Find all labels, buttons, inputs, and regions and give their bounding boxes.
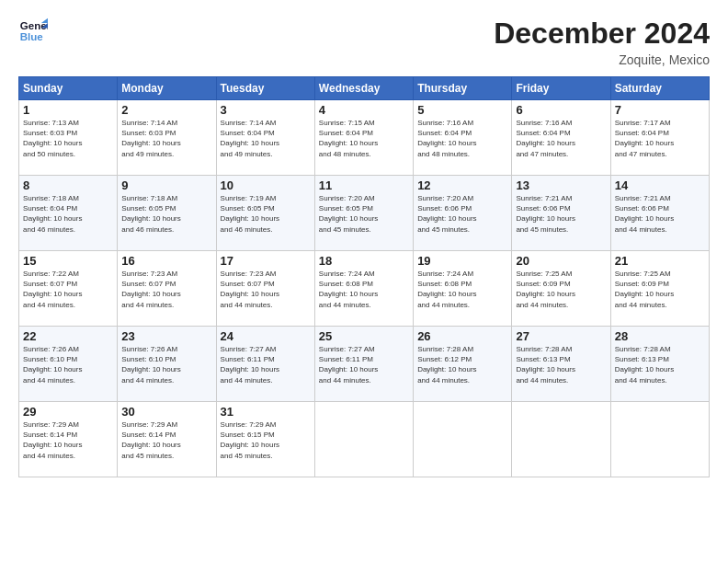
sunset-label: Sunset: 6:05 PM [319,204,373,213]
month-title: December 2024 [494,17,710,51]
daylight-label: Daylight: 10 hours [221,441,279,449]
daylight-minutes: and 47 minutes. [516,150,568,158]
calendar-cell [512,402,610,477]
logo: General Blue General Blue [18,17,48,46]
daylight-label: Daylight: 10 hours [615,139,674,147]
day-number: 1 [23,103,113,117]
day-number: 22 [23,329,113,343]
daylight-minutes: and 44 minutes. [121,376,174,385]
week-row: 1 Sunrise: 7:13 AM Sunset: 6:03 PM Dayli… [19,100,710,176]
calendar-cell [610,402,709,477]
sunrise-label: Sunrise: 7:26 AM [23,345,79,353]
day-info: Sunrise: 7:14 AM Sunset: 6:04 PM Dayligh… [221,118,311,159]
daylight-minutes: and 44 minutes. [121,301,174,309]
sunset-label: Sunset: 6:03 PM [23,129,77,137]
day-info: Sunrise: 7:26 AM Sunset: 6:10 PM Dayligh… [121,344,211,385]
sunrise-label: Sunrise: 7:27 AM [221,345,277,353]
sunset-label: Sunset: 6:13 PM [516,355,570,363]
sunrise-label: Sunrise: 7:18 AM [121,194,177,202]
daylight-label: Daylight: 10 hours [121,365,180,373]
sunset-label: Sunset: 6:05 PM [121,204,176,213]
day-info: Sunrise: 7:28 AM Sunset: 6:13 PM Dayligh… [615,344,705,385]
day-info: Sunrise: 7:28 AM Sunset: 6:12 PM Dayligh… [417,344,507,385]
day-info: Sunrise: 7:28 AM Sunset: 6:13 PM Dayligh… [516,344,606,385]
day-info: Sunrise: 7:21 AM Sunset: 6:06 PM Dayligh… [516,193,606,235]
col-tuesday: Tuesday [216,77,314,100]
daylight-label: Daylight: 10 hours [319,365,378,373]
calendar: Sunday Monday Tuesday Wednesday Thursday… [18,76,710,477]
day-info: Sunrise: 7:22 AM Sunset: 6:07 PM Dayligh… [23,269,113,310]
day-info: Sunrise: 7:24 AM Sunset: 6:08 PM Dayligh… [319,269,409,310]
calendar-cell: 28 Sunrise: 7:28 AM Sunset: 6:13 PM Dayl… [610,327,709,402]
calendar-cell [414,402,512,477]
sunset-label: Sunset: 6:14 PM [23,431,77,439]
calendar-cell: 7 Sunrise: 7:17 AM Sunset: 6:04 PM Dayli… [610,100,709,176]
header: General Blue General Blue December 2024 … [18,17,710,67]
sunrise-label: Sunrise: 7:25 AM [615,270,671,278]
sunset-label: Sunset: 6:08 PM [417,280,472,288]
day-info: Sunrise: 7:16 AM Sunset: 6:04 PM Dayligh… [516,118,606,159]
sunrise-label: Sunrise: 7:16 AM [516,119,572,127]
daylight-label: Daylight: 10 hours [121,214,180,223]
sunrise-label: Sunrise: 7:24 AM [417,270,473,278]
daylight-label: Daylight: 10 hours [615,290,674,298]
daylight-label: Daylight: 10 hours [417,290,476,298]
sunset-label: Sunset: 6:15 PM [221,431,275,439]
day-number: 3 [221,103,311,117]
calendar-cell: 16 Sunrise: 7:23 AM Sunset: 6:07 PM Dayl… [118,251,216,327]
sunset-label: Sunset: 6:07 PM [121,280,176,288]
day-info: Sunrise: 7:18 AM Sunset: 6:05 PM Dayligh… [121,193,211,235]
day-info: Sunrise: 7:27 AM Sunset: 6:11 PM Dayligh… [319,344,409,385]
sunrise-label: Sunrise: 7:19 AM [221,194,277,202]
day-number: 9 [121,178,211,192]
day-info: Sunrise: 7:20 AM Sunset: 6:06 PM Dayligh… [417,193,507,235]
daylight-label: Daylight: 10 hours [516,365,574,373]
day-number: 6 [516,103,606,117]
sunset-label: Sunset: 6:10 PM [121,355,176,363]
sunrise-label: Sunrise: 7:27 AM [319,345,375,353]
day-info: Sunrise: 7:15 AM Sunset: 6:04 PM Dayligh… [319,118,409,159]
daylight-minutes: and 44 minutes. [319,376,371,385]
calendar-cell: 12 Sunrise: 7:20 AM Sunset: 6:06 PM Dayl… [414,176,512,251]
day-info: Sunrise: 7:29 AM Sunset: 6:14 PM Dayligh… [121,419,211,461]
calendar-cell: 8 Sunrise: 7:18 AM Sunset: 6:04 PM Dayli… [19,176,118,251]
sunrise-label: Sunrise: 7:21 AM [516,194,572,202]
daylight-minutes: and 49 minutes. [221,150,273,158]
day-info: Sunrise: 7:27 AM Sunset: 6:11 PM Dayligh… [221,344,311,385]
day-number: 14 [615,178,705,192]
day-info: Sunrise: 7:17 AM Sunset: 6:04 PM Dayligh… [615,118,705,159]
sunset-label: Sunset: 6:04 PM [417,129,472,137]
sunrise-label: Sunrise: 7:13 AM [23,119,79,127]
day-number: 28 [615,329,705,343]
sunrise-label: Sunrise: 7:14 AM [221,119,277,127]
sunset-label: Sunset: 6:13 PM [615,355,669,363]
calendar-cell: 14 Sunrise: 7:21 AM Sunset: 6:06 PM Dayl… [610,176,709,251]
week-row: 8 Sunrise: 7:18 AM Sunset: 6:04 PM Dayli… [19,176,710,251]
calendar-cell: 2 Sunrise: 7:14 AM Sunset: 6:03 PM Dayli… [118,100,216,176]
day-info: Sunrise: 7:25 AM Sunset: 6:09 PM Dayligh… [615,269,705,310]
day-number: 11 [319,178,409,192]
day-number: 27 [516,329,606,343]
sunrise-label: Sunrise: 7:28 AM [615,345,671,353]
sunset-label: Sunset: 6:07 PM [23,280,77,288]
logo-icon: General Blue [18,17,48,46]
sunset-label: Sunset: 6:06 PM [615,204,669,213]
daylight-minutes: and 44 minutes. [319,301,371,309]
sunrise-label: Sunrise: 7:28 AM [417,345,473,353]
sunrise-label: Sunrise: 7:14 AM [121,119,177,127]
week-row: 15 Sunrise: 7:22 AM Sunset: 6:07 PM Dayl… [19,251,710,327]
day-number: 7 [615,103,705,117]
day-info: Sunrise: 7:14 AM Sunset: 6:03 PM Dayligh… [121,118,211,159]
col-friday: Friday [512,77,610,100]
daylight-label: Daylight: 10 hours [23,214,82,223]
day-number: 17 [221,254,311,268]
sunset-label: Sunset: 6:07 PM [221,280,275,288]
daylight-label: Daylight: 10 hours [221,139,279,147]
daylight-minutes: and 44 minutes. [516,376,568,385]
day-info: Sunrise: 7:23 AM Sunset: 6:07 PM Dayligh… [121,269,211,310]
calendar-cell: 22 Sunrise: 7:26 AM Sunset: 6:10 PM Dayl… [19,327,118,402]
daylight-label: Daylight: 10 hours [516,290,574,298]
daylight-minutes: and 44 minutes. [221,301,273,309]
day-info: Sunrise: 7:23 AM Sunset: 6:07 PM Dayligh… [221,269,311,310]
day-info: Sunrise: 7:26 AM Sunset: 6:10 PM Dayligh… [23,344,113,385]
